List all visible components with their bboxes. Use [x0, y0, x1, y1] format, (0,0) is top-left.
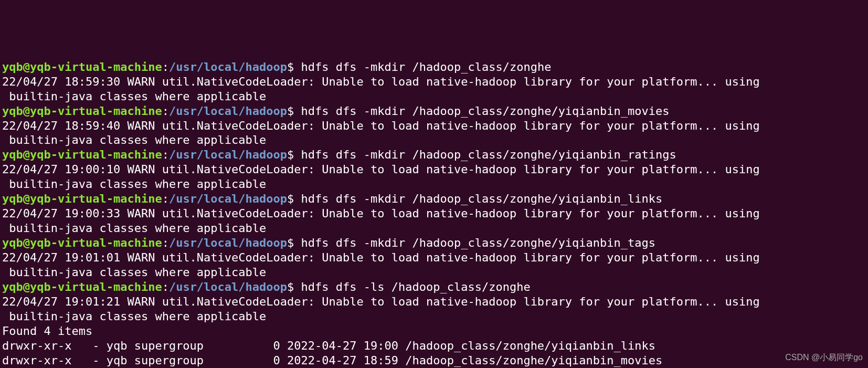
warn-output: 22/04/27 19:01:01 WARN util.NativeCodeLo… — [2, 251, 760, 279]
colon: : — [162, 60, 169, 73]
current-path: /usr/local/hadoop — [169, 148, 287, 161]
dollar-sign: $ — [287, 60, 294, 73]
command-text: hdfs dfs -mkdir /hadoop_class/zonghe/yiq… — [294, 148, 676, 161]
prompt-line: yqb@yqb-virtual-machine:/usr/local/hadoo… — [2, 60, 551, 73]
warn-output: 22/04/27 19:00:10 WARN util.NativeCodeLo… — [2, 163, 760, 191]
user-host: yqb@yqb-virtual-machine — [2, 236, 162, 249]
command-text: hdfs dfs -ls /hadoop_class/zonghe — [294, 280, 530, 293]
dollar-sign: $ — [287, 104, 294, 118]
dollar-sign: $ — [287, 236, 294, 249]
found-items: Found 4 items — [2, 324, 92, 338]
terminal-output[interactable]: yqb@yqb-virtual-machine:/usr/local/hadoo… — [0, 59, 868, 368]
colon: : — [162, 148, 169, 161]
dollar-sign: $ — [287, 192, 294, 205]
current-path: /usr/local/hadoop — [169, 60, 287, 73]
prompt-line: yqb@yqb-virtual-machine:/usr/local/hadoo… — [2, 280, 531, 293]
ls-row: drwxr-xr-x - yqb supergroup 0 2022-04-27… — [2, 339, 655, 352]
current-path: /usr/local/hadoop — [169, 104, 287, 118]
user-host: yqb@yqb-virtual-machine — [2, 280, 162, 293]
dollar-sign: $ — [287, 148, 294, 161]
warn-output: 22/04/27 18:59:40 WARN util.NativeCodeLo… — [2, 119, 760, 147]
prompt-line: yqb@yqb-virtual-machine:/usr/local/hadoo… — [2, 148, 676, 161]
warn-output: 22/04/27 18:59:30 WARN util.NativeCodeLo… — [2, 75, 760, 103]
command-text: hdfs dfs -mkdir /hadoop_class/zonghe/yiq… — [294, 192, 662, 205]
dollar-sign: $ — [287, 280, 294, 293]
command-text: hdfs dfs -mkdir /hadoop_class/zonghe/yiq… — [294, 236, 655, 249]
command-text: hdfs dfs -mkdir /hadoop_class/zonghe/yiq… — [294, 104, 669, 118]
warn-output: 22/04/27 19:00:33 WARN util.NativeCodeLo… — [2, 207, 760, 235]
user-host: yqb@yqb-virtual-machine — [2, 148, 162, 161]
prompt-line: yqb@yqb-virtual-machine:/usr/local/hadoo… — [2, 236, 655, 249]
current-path: /usr/local/hadoop — [169, 192, 287, 205]
colon: : — [162, 104, 169, 118]
colon: : — [162, 280, 169, 293]
user-host: yqb@yqb-virtual-machine — [2, 104, 162, 118]
prompt-line: yqb@yqb-virtual-machine:/usr/local/hadoo… — [2, 104, 670, 118]
current-path: /usr/local/hadoop — [169, 280, 287, 293]
warn-output: 22/04/27 19:01:21 WARN util.NativeCodeLo… — [2, 295, 760, 323]
command-text: hdfs dfs -mkdir /hadoop_class/zonghe — [294, 60, 551, 73]
ls-row: drwxr-xr-x - yqb supergroup 0 2022-04-27… — [2, 354, 662, 367]
watermark-text: CSDN @小易同学go — [785, 352, 863, 363]
current-path: /usr/local/hadoop — [169, 236, 287, 249]
user-host: yqb@yqb-virtual-machine — [2, 192, 162, 205]
colon: : — [162, 236, 169, 249]
prompt-line: yqb@yqb-virtual-machine:/usr/local/hadoo… — [2, 192, 662, 205]
user-host: yqb@yqb-virtual-machine — [2, 60, 162, 73]
colon: : — [162, 192, 169, 205]
